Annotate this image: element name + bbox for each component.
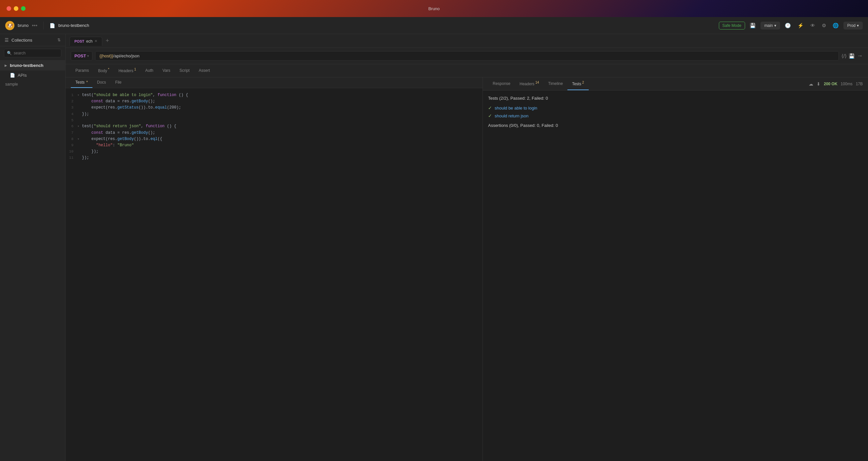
response-time: 100ms [841, 82, 852, 86]
search-input[interactable] [14, 51, 63, 55]
collection-name: bruno-testbench [58, 23, 89, 28]
sidebar-item-apis[interactable]: 📄 APIs [0, 70, 65, 80]
line-content[interactable]: expect(res.getBody()).to.eql({ [82, 136, 480, 142]
branch-button[interactable]: main ▾ [761, 22, 780, 30]
resp-tab-headers[interactable]: Headers 14 [515, 78, 544, 90]
chevron-down-icon: ▾ [857, 23, 859, 28]
fullscreen-button[interactable] [21, 6, 26, 11]
tab-auth[interactable]: Auth [141, 65, 158, 77]
chevron-down-icon: ▾ [774, 23, 776, 28]
code-icon-button[interactable]: ⟨/⟩ [841, 53, 847, 59]
line-number: 9 [68, 142, 78, 149]
check-icon: ✓ [488, 113, 492, 118]
line-arrow [78, 149, 82, 149]
sidebar: ☰ Collections ⇅ 🔍 ▶ bruno-testbench 📄 AP… [0, 34, 66, 461]
response-header: Response Headers 14 Timeline Tests 2 ☁ ⬇… [483, 78, 868, 91]
status-badge: 200 OK [824, 82, 837, 86]
resp-tab-timeline[interactable]: Timeline [544, 78, 567, 90]
editor-tab-docs[interactable]: Docs [92, 78, 111, 88]
line-number: 3 [68, 104, 78, 111]
code-line-6: 6▾test("should return json", function ()… [66, 123, 483, 129]
editor-pane: Tests * Docs File 1▾test("should be able… [66, 78, 483, 461]
line-number: 6 [68, 123, 78, 129]
url-bar[interactable]: {{host}} /api/echo/json [95, 51, 838, 61]
run-icon[interactable]: ⚡ [796, 21, 806, 30]
editor-tabs: Tests * Docs File [66, 78, 483, 88]
tab-post-ech[interactable]: POST ech ✕ [69, 37, 102, 46]
editor-tab-file[interactable]: File [111, 78, 126, 88]
line-content[interactable]: const data = res.getBody(); [82, 130, 480, 136]
env-label: Prod [847, 23, 856, 28]
line-content[interactable]: test("should be able to login", function… [82, 92, 480, 98]
tab-params[interactable]: Params [71, 65, 93, 77]
environment-button[interactable]: Prod ▾ [843, 22, 863, 30]
tab-body[interactable]: Body * [93, 64, 114, 77]
tab-headers[interactable]: Headers 1 [114, 64, 141, 77]
minimize-button[interactable] [14, 6, 18, 11]
line-content[interactable]: }); [82, 111, 480, 117]
code-line-1: 1▾test("should be able to login", functi… [66, 92, 483, 98]
code-line-11: 11}); [66, 155, 483, 161]
tab-close-button[interactable]: ✕ [94, 39, 97, 43]
tab-bar: POST ech ✕ + [66, 34, 868, 48]
preview-icon[interactable]: 👁 [808, 21, 817, 30]
collections-icon: ☰ [5, 37, 9, 42]
sample-label: sample [0, 80, 65, 89]
add-tab-button[interactable]: + [103, 37, 112, 44]
editor-tab-tests[interactable]: Tests * [71, 78, 92, 88]
line-arrow: ▾ [78, 92, 82, 98]
line-arrow [78, 98, 82, 99]
tab-script[interactable]: Script [175, 65, 194, 77]
test-results: ✓should be able to login✓should return j… [488, 105, 863, 118]
url-path: /api/echo/json [113, 54, 139, 58]
tab-vars[interactable]: Vars [158, 65, 175, 77]
code-editor[interactable]: 1▾test("should be able to login", functi… [66, 88, 483, 461]
line-content[interactable]: test("should return json", function () { [82, 123, 480, 129]
toolbar-right: Safe Mode 💾 main ▾ 🕐 ⚡ 👁 ⚙ 🌐 Prod ▾ [719, 21, 863, 30]
code-line-8: 8▾ expect(res.getBody()).to.eql({ [66, 136, 483, 142]
sidebar-item-collection[interactable]: ▶ bruno-testbench [0, 60, 65, 70]
clear-icon[interactable]: ☁ [809, 81, 813, 87]
line-content[interactable]: expect(res.getStatus()).to.equal(200); [82, 104, 480, 111]
close-button[interactable] [6, 6, 11, 11]
avatar[interactable]: 🐶 [5, 21, 14, 30]
split-pane: Tests * Docs File 1▾test("should be able… [66, 78, 868, 461]
line-number: 8 [68, 136, 78, 142]
tab-name: ech [86, 39, 92, 43]
search-icon: 🔍 [7, 51, 12, 55]
apis-label: APIs [18, 73, 27, 78]
safe-mode-button[interactable]: Safe Mode [719, 22, 745, 30]
line-arrow: ▾ [78, 136, 82, 142]
response-pane: Response Headers 14 Timeline Tests 2 ☁ ⬇… [483, 78, 868, 461]
line-arrow [78, 142, 82, 143]
divider [43, 22, 43, 30]
app-body: 🐶 bruno ••• 📄 bruno-testbench Safe Mode … [0, 17, 868, 461]
workspace-menu-icon[interactable]: ••• [32, 23, 37, 29]
history-icon[interactable]: 🕐 [783, 21, 793, 30]
method-selector[interactable]: POST ▾ [71, 51, 92, 61]
sidebar-header: ☰ Collections ⇅ [0, 34, 65, 46]
code-line-5: 5 [66, 117, 483, 124]
tab-method: POST [74, 39, 84, 43]
method-label: POST [74, 54, 86, 58]
globe-icon[interactable]: 🌐 [831, 21, 841, 30]
branch-label: main [765, 23, 773, 28]
resp-tab-response[interactable]: Response [488, 78, 515, 90]
file-icon: 📄 [10, 73, 15, 78]
settings-icon[interactable]: ⚙ [820, 21, 828, 30]
save-request-button[interactable]: 💾 [849, 53, 855, 59]
line-content[interactable]: "hello": "Bruno" [82, 142, 480, 149]
line-content[interactable]: }); [82, 155, 480, 161]
tab-assert[interactable]: Assert [194, 65, 214, 77]
request-bar: POST ▾ {{host}} /api/echo/json ⟨/⟩ 💾 → [66, 48, 868, 64]
line-content[interactable]: const data = res.getBody(); [82, 98, 480, 104]
resp-tab-tests[interactable]: Tests 2 [567, 78, 588, 90]
send-button[interactable]: → [857, 53, 863, 59]
save-icon-button[interactable]: 💾 [748, 21, 758, 30]
code-line-9: 9 "hello": "Bruno" [66, 142, 483, 149]
sort-icon[interactable]: ⇅ [57, 38, 61, 42]
line-content[interactable]: }); [82, 149, 480, 155]
line-number: 7 [68, 130, 78, 136]
code-line-7: 7 const data = res.getBody(); [66, 130, 483, 136]
download-icon[interactable]: ⬇ [816, 81, 820, 87]
